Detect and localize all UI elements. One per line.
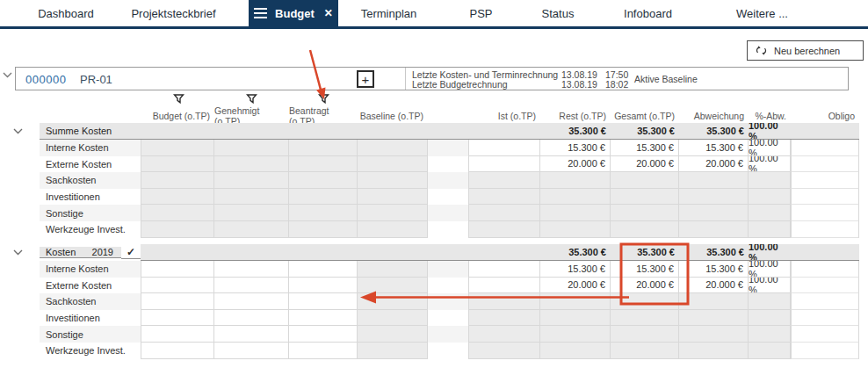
pct-abw-cell (749, 205, 791, 221)
genehmigt-input-cell[interactable] (214, 278, 289, 294)
baseline-cell (358, 172, 428, 189)
beantragt-input-cell[interactable] (289, 293, 358, 310)
pct-abw-cell (749, 326, 791, 343)
obligo-cell (791, 221, 859, 238)
obligo-cell (791, 172, 859, 189)
filter-icon[interactable] (246, 94, 257, 104)
beantragt-input-cell[interactable] (289, 343, 358, 359)
total-pct-abw: 100.00 % (749, 123, 791, 140)
filter-icon[interactable] (173, 94, 184, 104)
close-icon[interactable]: ✕ (324, 7, 333, 19)
tab-weitere[interactable]: Weitere ... (716, 0, 808, 26)
gesamt-cell (611, 221, 679, 238)
abweichung-cell (679, 172, 749, 189)
row-label: Investitionen (40, 310, 141, 327)
total-obligo (791, 123, 859, 140)
abweichung-cell (679, 221, 749, 238)
abweichung-cell: 15.300 € (679, 140, 749, 156)
tab-terminplan[interactable]: Terminplan (347, 0, 430, 26)
gesamt-cell (611, 172, 679, 189)
pct-abw-cell (749, 221, 791, 238)
tab-projektsteckbrief[interactable]: Projektsteckbrief (119, 0, 228, 26)
obligo-cell (791, 326, 859, 343)
chevron-down-icon[interactable] (13, 128, 23, 134)
total-gesamt: 35.300 € (611, 123, 679, 140)
ist-cell (468, 189, 540, 206)
add-button[interactable]: + (357, 70, 374, 88)
last-budget-calc-date: 13.08.19 (561, 79, 597, 90)
rest-cell (540, 310, 611, 327)
rest-cell (540, 205, 611, 221)
budget-input-cell[interactable] (141, 343, 214, 359)
budget-input-cell[interactable] (141, 310, 214, 327)
table-row: Werkzeuge Invest. (0, 221, 868, 238)
table-row: Investitionen (0, 189, 868, 206)
baseline-cell (358, 310, 428, 327)
tab-psp[interactable]: PSP (444, 0, 518, 26)
total-ist (468, 123, 540, 140)
recalculate-button[interactable]: Neu berechnen (747, 40, 864, 61)
section-kosten-2019: Kosten 2019 ✓ 35.300 € 35.300 € 35.300 €… (0, 244, 868, 359)
pct-abw-cell (749, 293, 791, 310)
genehmigt-cell (214, 189, 289, 206)
beantragt-input-cell[interactable] (289, 310, 358, 327)
total-rest: 35.300 € (540, 244, 611, 261)
genehmigt-input-cell[interactable] (214, 326, 289, 343)
rest-cell (540, 326, 611, 343)
hamburger-icon[interactable] (254, 8, 267, 18)
beantragt-input-cell[interactable] (289, 261, 358, 278)
obligo-cell (791, 293, 859, 310)
baseline-cell (358, 326, 428, 343)
column-header-row: Budget (o.TP) Genehmigt (o.TP) Beantragt… (0, 105, 868, 119)
rest-cell (540, 343, 611, 359)
budget-input-cell[interactable] (141, 278, 214, 294)
pct-abw-cell (749, 172, 791, 189)
genehmigt-input-cell[interactable] (214, 261, 289, 278)
genehmigt-cell (214, 221, 289, 238)
baseline-cell (358, 293, 428, 310)
obligo-cell (791, 156, 859, 173)
budget-input-cell[interactable] (141, 261, 214, 278)
budget-input-cell[interactable] (141, 293, 214, 310)
project-expand-chevron[interactable] (3, 72, 12, 78)
beantragt-cell (289, 140, 358, 156)
filter-icon[interactable] (318, 94, 329, 104)
section-title: Summe Kosten (40, 123, 141, 140)
rest-cell (540, 172, 611, 189)
obligo-cell (791, 205, 859, 221)
genehmigt-cell (214, 156, 289, 173)
genehmigt-cell (214, 172, 289, 189)
obligo-cell (791, 310, 859, 327)
beantragt-input-cell[interactable] (289, 326, 358, 343)
row-label: Sachkosten (40, 293, 141, 310)
table-row: Externe Kosten 20.000 € 20.000 € 20.000 … (0, 156, 868, 173)
ist-cell (468, 293, 540, 310)
row-label: Interne Kosten (40, 261, 141, 278)
recalculate-label: Neu berechnen (774, 46, 840, 56)
row-label: Sonstige (40, 205, 141, 221)
tab-budget[interactable]: Budget ✕ (249, 0, 338, 26)
baseline-cell (358, 343, 428, 359)
abweichung-cell (679, 205, 749, 221)
genehmigt-input-cell[interactable] (214, 310, 289, 327)
beantragt-cell (289, 189, 358, 206)
tab-status[interactable]: Status (523, 0, 593, 26)
budget-input-cell[interactable] (141, 326, 214, 343)
tab-dashboard[interactable]: Dashboard (18, 0, 114, 26)
beantragt-input-cell[interactable] (289, 278, 358, 294)
gesamt-cell (611, 293, 679, 310)
table-row: Interne Kosten 15.300 € 15.300 € 15.300 … (0, 261, 868, 278)
tab-infoboard[interactable]: Infoboard (606, 0, 690, 26)
ist-cell (468, 326, 540, 343)
genehmigt-input-cell[interactable] (214, 293, 289, 310)
pct-abw-cell: 100.00 % (749, 278, 791, 294)
beantragt-cell (289, 172, 358, 189)
genehmigt-input-cell[interactable] (214, 343, 289, 359)
budget-cell (141, 189, 214, 206)
chevron-down-icon[interactable] (13, 249, 23, 256)
row-label: Werkzeuge Invest. (40, 343, 141, 359)
check-icon[interactable]: ✓ (121, 246, 141, 259)
budget-cell (141, 205, 214, 221)
row-label: Sonstige (40, 326, 141, 343)
rest-cell: 15.300 € (540, 261, 611, 278)
